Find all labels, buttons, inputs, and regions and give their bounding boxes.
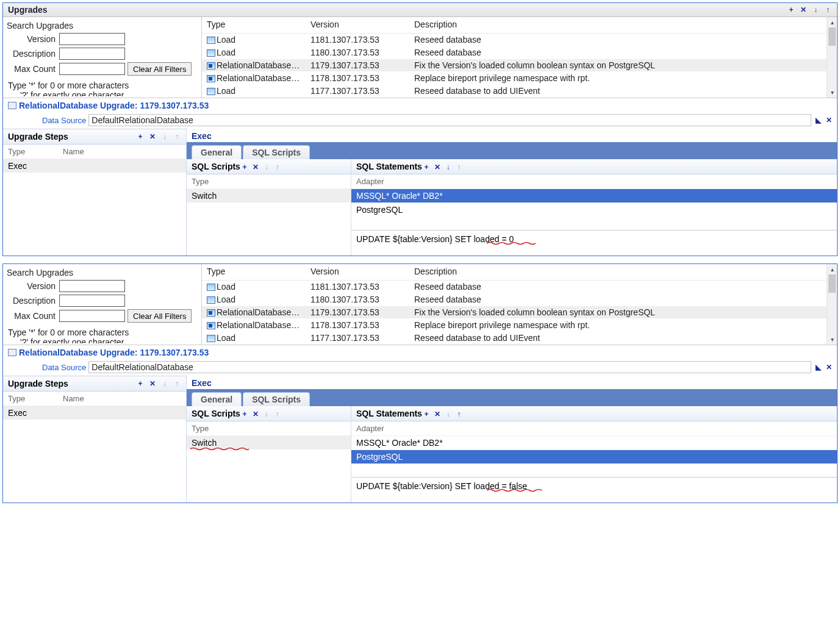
steps-row[interactable]: Exec bbox=[3, 159, 186, 173]
close-icon[interactable]: ✕ bbox=[433, 163, 442, 171]
search-hint-2: '?' for exactly one character bbox=[7, 337, 198, 343]
adapter-row[interactable]: PostgreSQL bbox=[351, 202, 837, 217]
data-source-field[interactable]: DefaultRelationalDatabase bbox=[88, 114, 811, 126]
steps-row[interactable]: Exec bbox=[3, 406, 186, 420]
scroll-down-icon[interactable]: ▾ bbox=[827, 87, 837, 98]
search-title: Search Upgrades bbox=[7, 268, 198, 277]
grid-scrollbar[interactable]: ▴ ▾ bbox=[827, 17, 837, 98]
table-row[interactable]: RelationalDatabaseUp...1179.1307.173.53F… bbox=[202, 306, 837, 319]
data-source-label: Data Source bbox=[3, 116, 88, 125]
script-row[interactable]: Switch bbox=[187, 188, 351, 202]
col-description[interactable]: Description bbox=[409, 17, 837, 34]
data-source-label: Data Source bbox=[3, 363, 88, 372]
table-row[interactable]: Load1180.1307.173.53Reseed database bbox=[202, 46, 837, 59]
table-row[interactable]: Load1177.1307.173.53Reseed database to a… bbox=[202, 85, 837, 98]
database-icon bbox=[207, 62, 215, 70]
tab-general[interactable]: General bbox=[192, 392, 242, 406]
upgrades-grid[interactable]: Type Version Description Load1181.1307.1… bbox=[202, 264, 837, 345]
upgrade-detail-title: RelationalDatabase Upgrade: 1179.1307.17… bbox=[19, 348, 209, 357]
clear-icon[interactable]: ✕ bbox=[825, 363, 833, 371]
steps-col-name: Name bbox=[63, 394, 84, 403]
arrow-down-icon[interactable]: ↓ bbox=[811, 5, 820, 14]
add-icon[interactable]: + bbox=[136, 132, 145, 141]
scroll-up-icon[interactable]: ▴ bbox=[827, 264, 837, 274]
arrow-down-icon: ↓ bbox=[160, 132, 169, 141]
close-icon[interactable]: ✕ bbox=[148, 132, 157, 141]
grid-scrollbar[interactable]: ▴ ▾ bbox=[827, 264, 837, 345]
adapter-row[interactable]: MSSQL* Oracle* DB2* bbox=[351, 435, 837, 449]
scroll-thumb[interactable] bbox=[828, 274, 836, 293]
statements-col-adapter: Adapter bbox=[351, 421, 837, 435]
clear-filters-button[interactable]: Clear All Filters bbox=[127, 309, 192, 323]
version-label: Version bbox=[7, 34, 59, 44]
close-icon[interactable]: ✕ bbox=[799, 5, 808, 14]
database-icon bbox=[207, 309, 215, 317]
upgrade-detail-title: RelationalDatabase Upgrade: 1179.1307.17… bbox=[19, 101, 209, 110]
sql-scripts-pane: SQL Scripts + ✕ ↓ ↑ Type Switch bbox=[187, 159, 351, 256]
col-description[interactable]: Description bbox=[409, 264, 837, 281]
database-icon bbox=[8, 349, 16, 356]
add-icon[interactable]: + bbox=[787, 5, 795, 14]
tab-sql-scripts[interactable]: SQL Scripts bbox=[243, 392, 310, 406]
adapter-row[interactable]: PostgreSQL bbox=[351, 449, 837, 464]
scroll-thumb[interactable] bbox=[828, 27, 836, 46]
data-source-field[interactable]: DefaultRelationalDatabase bbox=[88, 361, 811, 373]
load-icon bbox=[207, 49, 215, 57]
close-icon[interactable]: ✕ bbox=[251, 163, 260, 171]
table-row[interactable]: Load1181.1307.173.53Reseed database bbox=[202, 34, 837, 46]
upgrades-panel-2: Search Upgrades Version Description Max … bbox=[2, 263, 838, 503]
clear-icon[interactable]: ✕ bbox=[825, 116, 833, 124]
clear-filters-button[interactable]: Clear All Filters bbox=[127, 62, 192, 76]
arrow-up-icon: ↑ bbox=[173, 379, 181, 388]
close-icon[interactable]: ✕ bbox=[251, 410, 260, 418]
arrow-up-icon: ↑ bbox=[273, 410, 282, 418]
tab-sql-scripts[interactable]: SQL Scripts bbox=[243, 145, 310, 159]
col-type[interactable]: Type bbox=[202, 264, 306, 281]
arrow-up-icon[interactable]: ↑ bbox=[455, 410, 464, 418]
maxcount-input[interactable] bbox=[59, 63, 125, 75]
dropdown-icon[interactable]: ◣ bbox=[814, 363, 822, 371]
database-icon bbox=[207, 322, 215, 329]
table-row[interactable]: Load1177.1307.173.53Reseed database to a… bbox=[202, 332, 837, 345]
load-icon bbox=[207, 88, 215, 95]
maxcount-input[interactable] bbox=[59, 310, 125, 322]
upgrade-steps-title: Upgrade Steps bbox=[8, 379, 68, 388]
arrow-up-icon[interactable]: ↑ bbox=[824, 5, 832, 14]
sql-text-area[interactable]: UPDATE ${table:Version} SET loaded = 0 bbox=[351, 230, 837, 256]
description-input[interactable] bbox=[59, 295, 125, 307]
scroll-up-icon[interactable]: ▴ bbox=[827, 17, 837, 27]
upgrades-grid[interactable]: Type Version Description Load1181.1307.1… bbox=[202, 17, 837, 98]
add-icon[interactable]: + bbox=[240, 163, 249, 171]
col-type[interactable]: Type bbox=[202, 17, 306, 34]
col-version[interactable]: Version bbox=[306, 264, 409, 281]
upgrade-steps-title: Upgrade Steps bbox=[8, 132, 68, 141]
exec-title: Exec bbox=[187, 376, 837, 389]
arrow-down-icon[interactable]: ↓ bbox=[444, 163, 453, 171]
search-hint-1: Type '*' for 0 or more characters bbox=[7, 325, 198, 337]
description-input[interactable] bbox=[59, 48, 125, 60]
add-icon[interactable]: + bbox=[136, 379, 145, 388]
database-icon bbox=[207, 75, 215, 82]
version-input[interactable] bbox=[59, 33, 125, 45]
table-row[interactable]: RelationalDatabaseUp...1179.1307.173.53F… bbox=[202, 59, 837, 72]
close-icon[interactable]: ✕ bbox=[433, 410, 442, 418]
add-icon[interactable]: + bbox=[422, 410, 431, 418]
col-version[interactable]: Version bbox=[306, 17, 409, 34]
dropdown-icon[interactable]: ◣ bbox=[814, 116, 822, 124]
table-row[interactable]: RelationalDatabaseUp...1178.1307.173.53R… bbox=[202, 319, 837, 332]
version-input[interactable] bbox=[59, 280, 125, 292]
sql-text-area[interactable]: UPDATE ${table:Version} SET loaded = fal… bbox=[351, 477, 837, 503]
adapter-row[interactable]: MSSQL* Oracle* DB2* bbox=[351, 188, 837, 202]
table-row[interactable]: Load1180.1307.173.53Reseed database bbox=[202, 293, 837, 306]
add-icon[interactable]: + bbox=[422, 163, 431, 171]
add-icon[interactable]: + bbox=[240, 410, 249, 418]
script-row[interactable]: Switch bbox=[187, 435, 351, 449]
scroll-down-icon[interactable]: ▾ bbox=[827, 334, 837, 345]
search-pane: Search Upgrades Version Description Max … bbox=[3, 17, 201, 98]
error-underline-icon bbox=[190, 447, 249, 451]
tab-strip: General SQL Scripts bbox=[187, 389, 837, 406]
close-icon[interactable]: ✕ bbox=[148, 379, 157, 388]
tab-general[interactable]: General bbox=[192, 145, 242, 159]
table-row[interactable]: Load1181.1307.173.53Reseed database bbox=[202, 281, 837, 293]
table-row[interactable]: RelationalDatabaseUp...1178.1307.173.53R… bbox=[202, 72, 837, 85]
